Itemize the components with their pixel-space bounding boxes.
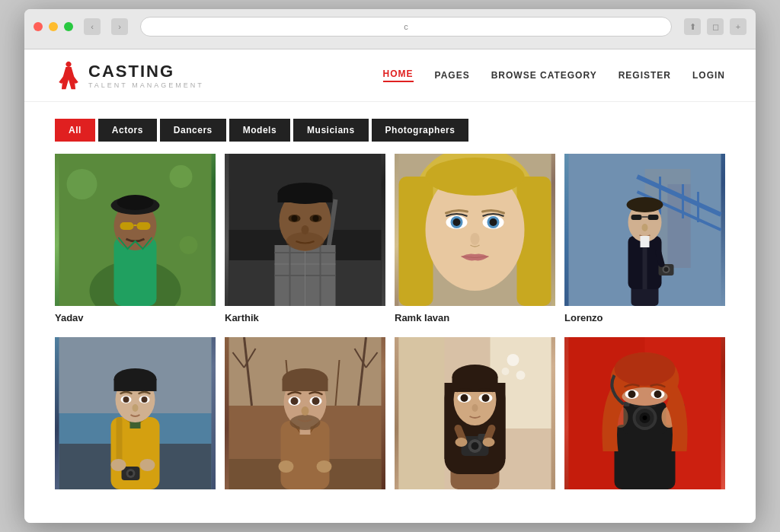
svg-point-58 — [627, 197, 663, 212]
talent-photo-1 — [55, 154, 216, 306]
talent-card-1[interactable]: Yadav — [55, 154, 216, 328]
forward-button[interactable]: › — [111, 18, 128, 35]
svg-rect-59 — [631, 215, 642, 220]
talent-card-5[interactable] — [55, 337, 216, 500]
talent-name-8 — [564, 495, 725, 500]
filter-buttons: All Actors Dancers Models Musicians Phot… — [55, 119, 725, 142]
svg-point-135 — [483, 438, 495, 447]
talent-photo-4 — [564, 154, 725, 306]
svg-point-8 — [117, 195, 154, 210]
svg-point-132 — [472, 442, 479, 450]
talent-card-7[interactable] — [395, 337, 555, 500]
back-button[interactable]: ‹ — [84, 18, 101, 35]
svg-point-80 — [133, 404, 139, 412]
svg-point-151 — [615, 352, 676, 386]
svg-point-78 — [123, 397, 129, 403]
talent-grid: Yadav — [55, 154, 725, 500]
talent-photo-3 — [395, 154, 555, 306]
share-button[interactable]: ⬆ — [684, 18, 701, 35]
talent-card-6[interactable] — [225, 337, 385, 500]
svg-rect-60 — [648, 215, 659, 220]
svg-point-156 — [654, 390, 662, 398]
svg-rect-101 — [283, 379, 328, 391]
talent-card-8[interactable] — [564, 337, 725, 500]
svg-point-43 — [453, 218, 461, 226]
svg-rect-75 — [114, 379, 157, 391]
filter-photographers[interactable]: Photographers — [372, 119, 469, 142]
filter-dancers[interactable]: Dancers — [160, 119, 226, 142]
talent-name-2: Karthik — [225, 312, 385, 328]
svg-point-83 — [129, 471, 133, 476]
talent-grid-section: Yadav — [24, 154, 756, 523]
talent-photo-5 — [55, 337, 216, 489]
svg-point-2 — [67, 169, 98, 199]
filter-all[interactable]: All — [55, 119, 95, 142]
talent-card-4[interactable]: Lorenzo — [564, 154, 725, 328]
svg-rect-139 — [615, 425, 676, 489]
filter-section: All Actors Dancers Models Musicians Phot… — [24, 102, 756, 154]
svg-point-62 — [642, 224, 648, 231]
svg-point-116 — [502, 368, 510, 375]
talent-card-2[interactable]: Karthik — [225, 154, 385, 328]
filter-musicians[interactable]: Musicians — [293, 119, 369, 142]
svg-point-38 — [426, 158, 525, 196]
nav-pages[interactable]: PAGES — [435, 70, 470, 81]
nav-browse[interactable]: BROWSE CATEGORY — [491, 70, 597, 81]
filter-models[interactable]: Models — [229, 119, 290, 142]
talent-image-7 — [395, 337, 555, 489]
svg-rect-25 — [278, 193, 333, 202]
svg-rect-66 — [641, 236, 650, 247]
talent-name-1: Yadav — [55, 312, 216, 328]
close-dot[interactable] — [34, 22, 43, 31]
minimize-dot[interactable] — [49, 22, 58, 31]
svg-point-145 — [643, 416, 647, 420]
svg-point-4 — [180, 236, 198, 254]
svg-point-128 — [461, 394, 468, 402]
address-bar[interactable]: c — [140, 17, 672, 37]
svg-point-44 — [490, 218, 497, 226]
tabs-button[interactable]: ◻ — [707, 18, 724, 35]
svg-point-28 — [292, 215, 298, 221]
svg-point-31 — [302, 225, 309, 234]
svg-point-107 — [302, 406, 309, 416]
new-tab-button[interactable]: + — [730, 18, 746, 35]
talent-image-1 — [55, 154, 216, 306]
maximize-dot[interactable] — [64, 22, 73, 31]
logo-icon — [55, 60, 82, 91]
talent-photo-6 — [225, 337, 385, 489]
nav-login[interactable]: Login — [692, 70, 725, 81]
logo-title: CASTING — [88, 62, 204, 81]
talent-photo-7 — [395, 337, 555, 489]
svg-rect-10 — [137, 222, 151, 230]
nav-links: HOME PAGES BROWSE CATEGORY Register Logi… — [383, 68, 725, 82]
svg-rect-71 — [117, 417, 123, 463]
svg-point-79 — [142, 397, 148, 403]
svg-rect-9 — [120, 222, 134, 230]
talent-name-3: Ramk Iavan — [395, 312, 555, 328]
svg-point-85 — [140, 459, 155, 471]
talent-photo-8 — [564, 337, 725, 489]
nav-register[interactable]: Register — [619, 70, 671, 81]
talent-image-8 — [564, 337, 725, 489]
talent-image-3 — [395, 154, 555, 306]
talent-image-2 — [225, 154, 385, 306]
browser-controls: ‹ › c ⬆ ◻ + — [34, 17, 746, 37]
svg-point-115 — [516, 371, 526, 380]
talent-image-5 — [55, 337, 216, 489]
svg-point-134 — [456, 438, 468, 447]
logo[interactable]: CASTING TALENT MANAGEMENT — [55, 60, 204, 91]
navbar: CASTING TALENT MANAGEMENT HOME PAGES BRO… — [24, 49, 756, 102]
talent-card-3[interactable]: Ramk Iavan — [395, 154, 555, 328]
svg-point-84 — [111, 459, 126, 471]
svg-point-105 — [291, 397, 299, 405]
filter-actors[interactable]: Actors — [98, 119, 157, 142]
svg-point-155 — [628, 390, 636, 398]
talent-image-4 — [564, 154, 725, 306]
talent-name-6 — [225, 495, 385, 500]
talent-name-5 — [55, 495, 216, 500]
talent-image-6 — [225, 337, 385, 489]
talent-name-4: Lorenzo — [564, 312, 725, 328]
address-text: c — [404, 22, 408, 31]
nav-home[interactable]: HOME — [383, 68, 414, 82]
page-content: CASTING TALENT MANAGEMENT HOME PAGES BRO… — [24, 49, 756, 523]
